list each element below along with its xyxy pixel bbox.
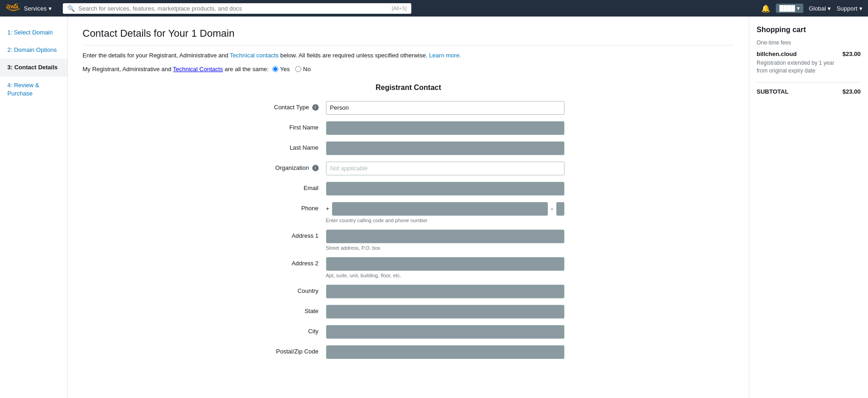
phone-country-code-input[interactable] [332,202,548,216]
organization-info-icon[interactable]: i [312,165,319,171]
city-field [326,325,564,339]
global-button[interactable]: Global ▾ [809,5,831,12]
phone-label: Phone [253,202,326,212]
user-chevron-icon: ▾ [797,5,800,11]
learn-more-link[interactable]: Learn more. [429,52,461,59]
services-label: Services [24,5,47,12]
cart-one-time-fees-label: One-time fees [757,39,861,46]
services-chevron-icon: ▾ [49,5,52,12]
sidebar-item-domain-options[interactable]: 2: Domain Options [0,41,67,59]
same-contacts-radio-group: Yes No [272,66,311,73]
sidebar: 1: Select Domain 2: Domain Options 3: Co… [0,17,68,398]
support-label: Support [836,5,857,12]
first-name-field [326,121,564,135]
last-name-input[interactable] [326,141,564,155]
contact-type-info-icon[interactable]: i [312,104,319,111]
sidebar-item-select-domain[interactable]: 1: Select Domain [0,24,67,41]
yes-radio-label[interactable]: Yes [272,66,290,73]
cart-subtotal-value: $23.00 [842,88,861,95]
address1-input[interactable] [326,230,564,243]
address2-field: Apt, suite, unit, building, floor, etc. [326,257,564,278]
phone-plus-sign: + [326,205,330,212]
organization-input[interactable] [326,162,564,175]
cart-item-price: $23.00 [842,50,861,57]
cart-domain-name: billchen.cloud [757,50,842,57]
city-label: City [253,325,326,335]
no-radio-label[interactable]: No [295,66,311,73]
postal-row: Postal/Zip Code [253,345,564,359]
state-label: State [253,305,326,314]
address1-hint: Street address, P.O. box [326,245,564,251]
yes-label: Yes [280,66,290,73]
technical-contacts-link[interactable]: Technical contacts [230,52,278,59]
services-button[interactable]: Services ▾ [24,5,52,12]
cart-item-row: billchen.cloud Registration extended by … [757,50,861,77]
aws-logo[interactable] [6,4,20,13]
no-label: No [303,66,311,73]
shopping-cart: Shopping cart One-time fees billchen.clo… [749,17,868,398]
organization-field [326,162,564,175]
address2-hint: Apt, suite, unit, building, floor, etc. [326,273,564,278]
contact-type-select[interactable]: Person [326,101,564,115]
postal-label: Postal/Zip Code [253,345,326,355]
technical-contacts-link2[interactable]: Technical Contacts [173,66,223,73]
email-label: Email [253,182,326,191]
first-name-row: First Name [253,121,564,135]
cart-item-desc: Registration extended by 1 year from ori… [757,59,842,75]
section-title: Registrant Contact [83,84,734,92]
cart-divider [757,82,861,83]
state-select[interactable]: ████████ [326,305,564,319]
address1-field: Street address, P.O. box [326,230,564,251]
city-input[interactable] [326,325,564,339]
global-chevron-icon: ▾ [828,5,831,12]
no-radio[interactable] [295,66,301,72]
address2-row: Address 2 Apt, suite, unit, building, fl… [253,257,564,278]
address2-label: Address 2 [253,257,326,267]
user-menu-button[interactable]: ████ ▾ [776,4,803,13]
phone-hint: Enter country calling code and phone num… [326,218,564,223]
postal-input[interactable] [326,345,564,359]
nav-right: 🔔 ████ ▾ Global ▾ Support ▾ [761,4,862,13]
last-name-row: Last Name [253,141,564,155]
search-shortcut: [Alt+S] [392,6,407,11]
phone-dash: - [551,205,553,213]
sidebar-item-contact-details[interactable]: 3: Contact Details [0,59,67,76]
form-grid: Contact Type i Person First Name Last Na [253,101,564,359]
contact-type-label: Contact Type i [253,101,326,111]
phone-number-input[interactable] [556,202,564,216]
top-nav: Services ▾ 🔍 [Alt+S] 🔔 ████ ▾ Global ▾ S… [0,0,868,17]
page-title: Contact Details for Your 1 Domain [83,28,734,45]
organization-row: Organization i [253,162,564,175]
email-field [326,182,564,196]
cart-subtotal-label: SUBTOTAL [757,88,789,95]
postal-field [326,345,564,359]
yes-radio[interactable] [272,66,278,72]
user-name: ████ [780,5,795,11]
state-field: ████████ [326,305,564,319]
page-wrapper: 1: Select Domain 2: Domain Options 3: Co… [0,17,868,398]
phone-field: + - Enter country calling code and phone… [326,202,564,223]
sidebar-item-review-purchase[interactable]: 4: Review & Purchase [0,77,67,102]
email-input[interactable] [326,182,564,196]
support-chevron-icon: ▾ [859,5,862,12]
same-contacts-text: My Registrant, Administrative and Techni… [83,66,269,73]
address1-label: Address 1 [253,230,326,239]
support-button[interactable]: Support ▾ [836,5,862,12]
search-icon: 🔍 [67,5,75,12]
last-name-field [326,141,564,155]
same-contacts-row: My Registrant, Administrative and Techni… [83,66,734,73]
cart-title: Shopping cart [757,26,861,34]
first-name-input[interactable] [326,121,564,135]
bell-icon[interactable]: 🔔 [761,4,770,13]
phone-row: Phone + - Enter country calling code and… [253,202,564,223]
country-select[interactable]: ██████ [326,285,564,298]
contact-type-row: Contact Type i Person [253,101,564,115]
first-name-label: First Name [253,121,326,131]
country-field: ██████ [326,285,564,298]
search-bar: 🔍 [Alt+S] [63,3,411,14]
country-label: Country [253,285,326,294]
cart-subtotal-row: SUBTOTAL $23.00 [757,88,861,95]
global-label: Global [809,5,826,12]
search-input[interactable] [78,5,388,12]
address2-input[interactable] [326,257,564,271]
